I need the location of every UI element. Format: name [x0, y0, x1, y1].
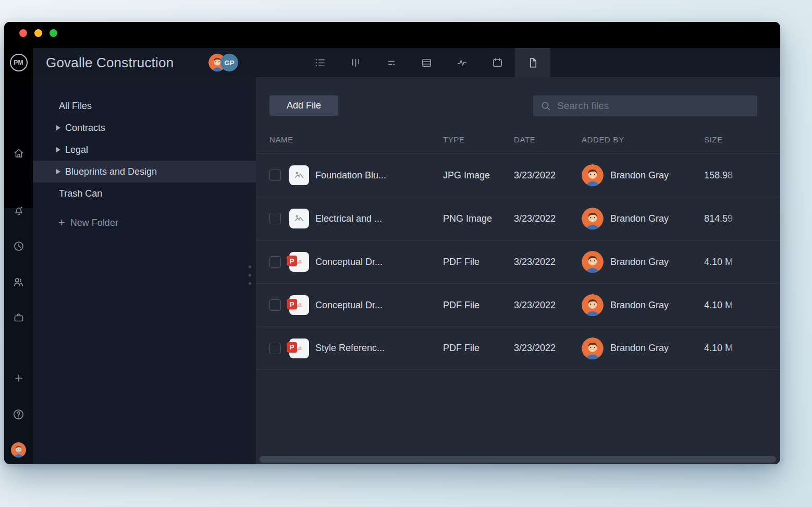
expand-arrow-icon[interactable]: [56, 125, 60, 130]
added-by-name: Brandon Gray: [610, 213, 669, 224]
table-row[interactable]: Electrical and ...PNG Image3/23/2022Bran…: [256, 197, 780, 240]
added-by: Brandon Gray: [582, 294, 704, 316]
rail-item-notifications[interactable]: [4, 202, 33, 218]
pdf-badge: P: [287, 299, 297, 309]
tab-files-view[interactable]: [515, 48, 550, 77]
table-row[interactable]: PConceptual Dr...PDF File3/23/2022Brando…: [256, 283, 780, 327]
file-type: PDF File: [443, 257, 514, 268]
pdf-file-icon: P: [289, 339, 309, 358]
sidebar-resize-handle[interactable]: [249, 265, 251, 285]
table-row[interactable]: PConceptual Dr...PDF File3/23/2022Brando…: [256, 240, 780, 283]
plus-icon: +: [58, 217, 65, 228]
list-icon: [314, 57, 326, 69]
added-by-name: Brandon Gray: [610, 257, 669, 268]
row-checkbox[interactable]: [269, 213, 281, 224]
expand-arrow-icon[interactable]: [56, 169, 60, 174]
rail-item-home[interactable]: [4, 146, 33, 161]
file-type: PNG Image: [443, 213, 514, 224]
plus-icon: [13, 372, 24, 384]
table-row[interactable]: PStyle Referenc...PDF File3/23/2022Brand…: [256, 327, 780, 370]
file-name[interactable]: Conceptual Dr...: [315, 300, 443, 311]
sidebar-item-label: Trash Can: [59, 188, 102, 199]
file-name[interactable]: Style Referenc...: [315, 343, 443, 354]
file-type: JPG Image: [443, 170, 514, 181]
column-header-type[interactable]: TYPE: [443, 135, 514, 144]
pm-logo-icon: PM: [10, 54, 28, 71]
help-icon: [12, 408, 25, 421]
added-by-name: Brandon Gray: [610, 300, 669, 311]
folder-tree: All FilesContractsLegalBlueprints and De…: [33, 77, 256, 464]
file-size: 814.59: [704, 213, 740, 224]
table-row[interactable]: Foundation Blu...JPG Image3/23/2022Brand…: [256, 153, 780, 197]
profile-avatar: [11, 442, 26, 457]
column-header-name[interactable]: NAME: [269, 135, 443, 144]
sidebar-item-all-files[interactable]: All Files: [33, 95, 256, 117]
new-folder-button[interactable]: +New Folder: [33, 212, 256, 234]
tab-table-view[interactable]: [409, 48, 444, 77]
row-checkbox[interactable]: [269, 343, 281, 354]
sidebar-item-blueprints-and-design[interactable]: Blueprints and Design: [33, 161, 256, 183]
files-panel: Add File NAME TYPE DATE ADDED BY SIZE Fo…: [256, 77, 780, 464]
file-name[interactable]: Foundation Blu...: [315, 170, 443, 181]
minimize-button[interactable]: [34, 29, 42, 37]
pdf-badge: P: [287, 342, 297, 353]
rail-item-add[interactable]: [4, 370, 33, 386]
file-size: 4.10 M: [704, 257, 740, 268]
tab-gantt-view[interactable]: [373, 48, 409, 77]
rail-item-team[interactable]: [4, 274, 33, 289]
new-folder-label: New Folder: [70, 218, 118, 228]
view-tabs: [302, 48, 550, 77]
tab-calendar-view[interactable]: [479, 48, 515, 77]
column-header-added-by[interactable]: ADDED BY: [582, 135, 704, 144]
tab-activity-view[interactable]: [444, 48, 479, 77]
horizontal-scrollbar[interactable]: [260, 456, 776, 463]
zoom-button[interactable]: [50, 29, 57, 37]
file-table-body: Foundation Blu...JPG Image3/23/2022Brand…: [256, 153, 780, 370]
file-name[interactable]: Conceptual Dr...: [315, 257, 443, 268]
added-by-name: Brandon Gray: [610, 170, 669, 181]
project-title: Govalle Construction: [46, 48, 174, 77]
activity-icon: [456, 57, 468, 69]
file-size: 4.10 M: [704, 343, 740, 354]
clock-icon: [13, 240, 25, 252]
added-by-name: Brandon Gray: [610, 343, 669, 354]
sidebar-item-legal[interactable]: Legal: [33, 139, 256, 161]
board-columns-icon: [350, 57, 362, 69]
image-file-icon: [289, 209, 309, 228]
file-name[interactable]: Electrical and ...: [315, 213, 443, 224]
file-size: 4.10 M: [704, 300, 740, 311]
user-avatar: [582, 208, 604, 230]
added-by: Brandon Gray: [582, 251, 704, 273]
expand-arrow-icon[interactable]: [56, 147, 60, 152]
tab-list-view[interactable]: [302, 48, 338, 77]
search-box: [533, 95, 757, 116]
app-logo[interactable]: PM: [4, 48, 33, 77]
row-checkbox[interactable]: [269, 170, 281, 181]
tab-board-view[interactable]: [338, 48, 373, 77]
rail-item-profile[interactable]: [4, 442, 33, 457]
sidebar-item-label: Blueprints and Design: [65, 166, 157, 177]
row-checkbox[interactable]: [269, 299, 281, 311]
close-button[interactable]: [19, 29, 27, 37]
file-type: PDF File: [443, 300, 514, 311]
file-date: 3/23/2022: [514, 213, 582, 224]
column-header-date[interactable]: DATE: [514, 135, 582, 144]
add-file-button[interactable]: Add File: [269, 95, 338, 116]
home-icon: [13, 147, 25, 160]
member-initials-badge[interactable]: GP: [220, 54, 238, 71]
rail-item-recent[interactable]: [4, 238, 33, 254]
search-input[interactable]: [557, 100, 751, 112]
sidebar-item-contracts[interactable]: Contracts: [33, 117, 256, 139]
file-date: 3/23/2022: [514, 257, 582, 268]
table-header: NAME TYPE DATE ADDED BY SIZE: [256, 129, 780, 150]
sidebar-item-label: All Files: [59, 101, 92, 112]
sidebar-item-label: Legal: [65, 144, 88, 155]
briefcase-icon: [13, 311, 25, 324]
row-checkbox[interactable]: [269, 256, 281, 268]
sidebar-item-trash-can[interactable]: Trash Can: [33, 183, 256, 204]
rail-item-portfolio[interactable]: [4, 310, 33, 325]
member-avatars[interactable]: GP: [208, 54, 238, 71]
user-avatar: [582, 294, 604, 316]
column-header-size[interactable]: SIZE: [704, 135, 751, 144]
rail-item-help[interactable]: [4, 406, 33, 422]
